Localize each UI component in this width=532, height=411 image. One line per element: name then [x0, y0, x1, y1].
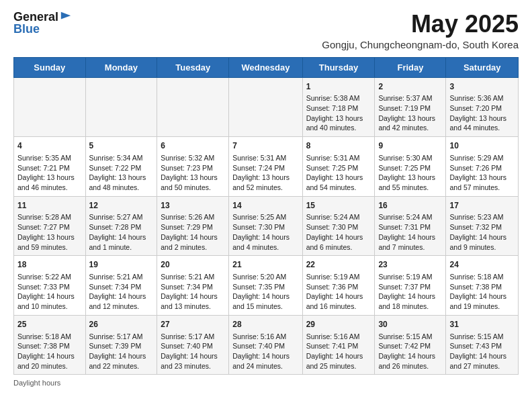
calendar-cell: 28Sunrise: 5:16 AM Sunset: 7:40 PM Dayli… — [229, 315, 302, 375]
day-number: 21 — [232, 259, 298, 271]
day-number: 12 — [89, 200, 154, 212]
day-number: 8 — [306, 140, 371, 152]
weekday-header-tuesday: Tuesday — [157, 57, 229, 77]
day-number: 9 — [378, 140, 442, 152]
daylight-label: Daylight hours — [13, 379, 60, 387]
day-number: 14 — [232, 200, 298, 212]
weekday-header-friday: Friday — [375, 57, 446, 77]
page-header: General Blue May 2025 Gongju, Chungcheon… — [13, 11, 519, 50]
day-info: Sunrise: 5:30 AM Sunset: 7:25 PM Dayligh… — [378, 153, 442, 193]
day-number: 10 — [449, 140, 515, 152]
calendar-cell: 30Sunrise: 5:15 AM Sunset: 7:42 PM Dayli… — [375, 315, 446, 375]
calendar-cell: 27Sunrise: 5:17 AM Sunset: 7:40 PM Dayli… — [157, 315, 229, 375]
calendar-cell: 8Sunrise: 5:31 AM Sunset: 7:25 PM Daylig… — [302, 137, 375, 197]
footer: Daylight hours — [13, 379, 519, 387]
day-number: 4 — [17, 140, 82, 152]
calendar-week-3: 11Sunrise: 5:28 AM Sunset: 7:27 PM Dayli… — [14, 196, 519, 256]
day-info: Sunrise: 5:31 AM Sunset: 7:24 PM Dayligh… — [232, 153, 298, 193]
day-info: Sunrise: 5:22 AM Sunset: 7:33 PM Dayligh… — [17, 272, 82, 312]
day-number: 31 — [449, 319, 515, 330]
day-info: Sunrise: 5:15 AM Sunset: 7:43 PM Dayligh… — [449, 332, 515, 371]
logo-flag-icon — [60, 11, 72, 23]
calendar-cell: 22Sunrise: 5:19 AM Sunset: 7:36 PM Dayli… — [302, 256, 375, 316]
calendar-cell: 24Sunrise: 5:18 AM Sunset: 7:38 PM Dayli… — [446, 256, 519, 316]
day-number: 23 — [378, 259, 442, 271]
day-info: Sunrise: 5:38 AM Sunset: 7:18 PM Dayligh… — [306, 93, 371, 133]
calendar-cell: 10Sunrise: 5:29 AM Sunset: 7:26 PM Dayli… — [446, 137, 519, 197]
day-number: 30 — [378, 319, 442, 330]
month-title: May 2025 — [322, 11, 519, 38]
logo-blue: Blue — [13, 23, 40, 35]
weekday-header-saturday: Saturday — [446, 57, 519, 77]
day-info: Sunrise: 5:19 AM Sunset: 7:37 PM Dayligh… — [378, 272, 442, 312]
day-info: Sunrise: 5:29 AM Sunset: 7:26 PM Dayligh… — [449, 153, 515, 193]
day-info: Sunrise: 5:17 AM Sunset: 7:39 PM Dayligh… — [89, 332, 154, 371]
day-number: 25 — [17, 319, 82, 330]
day-number: 11 — [17, 200, 82, 212]
day-info: Sunrise: 5:24 AM Sunset: 7:30 PM Dayligh… — [306, 212, 371, 252]
day-info: Sunrise: 5:35 AM Sunset: 7:21 PM Dayligh… — [17, 153, 82, 193]
day-number: 17 — [449, 200, 515, 212]
day-info: Sunrise: 5:16 AM Sunset: 7:40 PM Dayligh… — [232, 332, 298, 371]
day-info: Sunrise: 5:24 AM Sunset: 7:31 PM Dayligh… — [378, 212, 442, 252]
calendar-cell: 6Sunrise: 5:32 AM Sunset: 7:23 PM Daylig… — [157, 137, 229, 197]
calendar-week-1: 1Sunrise: 5:38 AM Sunset: 7:18 PM Daylig… — [14, 77, 519, 137]
day-number: 20 — [161, 259, 225, 271]
calendar-week-2: 4Sunrise: 5:35 AM Sunset: 7:21 PM Daylig… — [14, 137, 519, 197]
day-number: 29 — [306, 319, 371, 330]
calendar-cell: 3Sunrise: 5:36 AM Sunset: 7:20 PM Daylig… — [446, 77, 519, 137]
day-info: Sunrise: 5:34 AM Sunset: 7:22 PM Dayligh… — [89, 153, 154, 193]
calendar-cell: 4Sunrise: 5:35 AM Sunset: 7:21 PM Daylig… — [14, 137, 86, 197]
day-number: 28 — [232, 319, 298, 330]
calendar-cell: 7Sunrise: 5:31 AM Sunset: 7:24 PM Daylig… — [229, 137, 302, 197]
calendar-cell: 1Sunrise: 5:38 AM Sunset: 7:18 PM Daylig… — [302, 77, 375, 137]
calendar-cell: 31Sunrise: 5:15 AM Sunset: 7:43 PM Dayli… — [446, 315, 519, 375]
day-info: Sunrise: 5:18 AM Sunset: 7:38 PM Dayligh… — [449, 272, 515, 312]
calendar-cell: 2Sunrise: 5:37 AM Sunset: 7:19 PM Daylig… — [375, 77, 446, 137]
calendar-cell: 14Sunrise: 5:25 AM Sunset: 7:30 PM Dayli… — [229, 196, 302, 256]
day-info: Sunrise: 5:27 AM Sunset: 7:28 PM Dayligh… — [89, 212, 154, 252]
weekday-header-wednesday: Wednesday — [229, 57, 302, 77]
day-info: Sunrise: 5:21 AM Sunset: 7:34 PM Dayligh… — [89, 272, 154, 312]
calendar-week-4: 18Sunrise: 5:22 AM Sunset: 7:33 PM Dayli… — [14, 256, 519, 316]
day-number: 7 — [232, 140, 298, 152]
calendar-cell: 13Sunrise: 5:26 AM Sunset: 7:29 PM Dayli… — [157, 196, 229, 256]
calendar-cell: 21Sunrise: 5:20 AM Sunset: 7:35 PM Dayli… — [229, 256, 302, 316]
calendar-cell: 15Sunrise: 5:24 AM Sunset: 7:30 PM Dayli… — [302, 196, 375, 256]
day-number: 3 — [449, 81, 515, 93]
calendar-week-5: 25Sunrise: 5:18 AM Sunset: 7:38 PM Dayli… — [14, 315, 519, 375]
day-number: 18 — [17, 259, 82, 271]
calendar-cell: 9Sunrise: 5:30 AM Sunset: 7:25 PM Daylig… — [375, 137, 446, 197]
day-info: Sunrise: 5:37 AM Sunset: 7:19 PM Dayligh… — [378, 93, 442, 133]
day-info: Sunrise: 5:18 AM Sunset: 7:38 PM Dayligh… — [17, 332, 82, 371]
day-number: 1 — [306, 81, 371, 93]
calendar-cell — [85, 77, 157, 137]
calendar-cell: 16Sunrise: 5:24 AM Sunset: 7:31 PM Dayli… — [375, 196, 446, 256]
calendar-cell: 11Sunrise: 5:28 AM Sunset: 7:27 PM Dayli… — [14, 196, 86, 256]
day-number: 26 — [89, 319, 154, 330]
calendar-cell — [229, 77, 302, 137]
logo: General Blue — [13, 11, 72, 35]
day-number: 27 — [161, 319, 225, 330]
calendar-cell: 20Sunrise: 5:21 AM Sunset: 7:34 PM Dayli… — [157, 256, 229, 316]
day-info: Sunrise: 5:21 AM Sunset: 7:34 PM Dayligh… — [161, 272, 225, 312]
weekday-header-thursday: Thursday — [302, 57, 375, 77]
calendar-cell — [157, 77, 229, 137]
day-info: Sunrise: 5:16 AM Sunset: 7:41 PM Dayligh… — [306, 332, 371, 371]
calendar-cell: 19Sunrise: 5:21 AM Sunset: 7:34 PM Dayli… — [85, 256, 157, 316]
day-number: 13 — [161, 200, 225, 212]
day-number: 24 — [449, 259, 515, 271]
day-number: 22 — [306, 259, 371, 271]
day-info: Sunrise: 5:32 AM Sunset: 7:23 PM Dayligh… — [161, 153, 225, 193]
calendar-cell: 29Sunrise: 5:16 AM Sunset: 7:41 PM Dayli… — [302, 315, 375, 375]
day-info: Sunrise: 5:17 AM Sunset: 7:40 PM Dayligh… — [161, 332, 225, 371]
day-number: 2 — [378, 81, 442, 93]
title-area: May 2025 Gongju, Chungcheongnam-do, Sout… — [322, 11, 519, 50]
day-info: Sunrise: 5:28 AM Sunset: 7:27 PM Dayligh… — [17, 212, 82, 252]
day-number: 19 — [89, 259, 154, 271]
calendar-cell: 17Sunrise: 5:23 AM Sunset: 7:32 PM Dayli… — [446, 196, 519, 256]
calendar-cell: 25Sunrise: 5:18 AM Sunset: 7:38 PM Dayli… — [14, 315, 86, 375]
day-info: Sunrise: 5:26 AM Sunset: 7:29 PM Dayligh… — [161, 212, 225, 252]
day-info: Sunrise: 5:23 AM Sunset: 7:32 PM Dayligh… — [449, 212, 515, 252]
weekday-header-monday: Monday — [85, 57, 157, 77]
